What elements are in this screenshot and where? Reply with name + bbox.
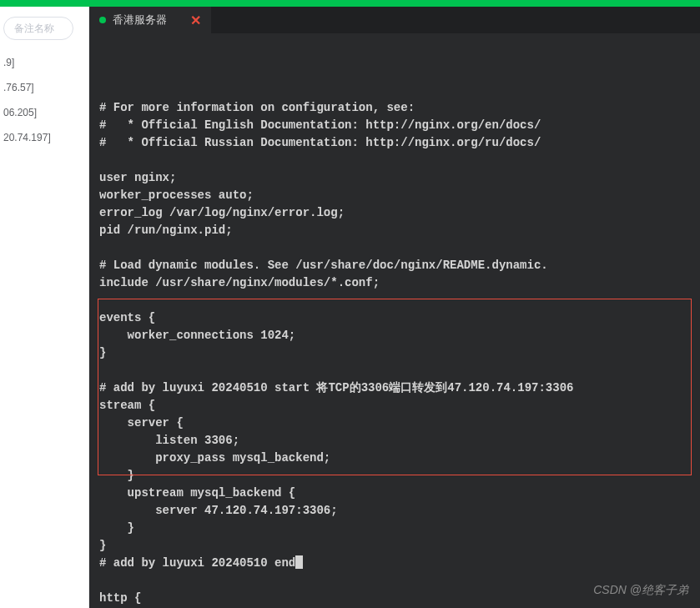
editor-line: worker_processes auto; xyxy=(99,187,690,204)
editor-line xyxy=(99,362,690,379)
editor-line xyxy=(99,239,690,257)
watermark: CSDN @绝客子弟 xyxy=(593,583,688,598)
editor-line: # Load dynamic modules. See /usr/share/d… xyxy=(99,257,690,274)
editor-line: # For more information on configuration,… xyxy=(99,99,690,117)
editor-line: error_log /var/log/nginx/error.log; xyxy=(99,204,690,222)
editor-line: } xyxy=(99,467,690,485)
tab-bar: 香港服务器 ✕ xyxy=(89,7,700,33)
cursor-icon xyxy=(295,555,303,569)
status-dot-icon xyxy=(99,17,106,23)
tab-active[interactable]: 香港服务器 ✕ xyxy=(89,7,211,33)
top-accent-bar xyxy=(0,0,700,7)
main-container: .9] .76.57] 06.205] 20.74.197] 香港服务器 ✕ #… xyxy=(0,7,700,608)
editor-line: user nginx; xyxy=(99,169,690,187)
search-input[interactable] xyxy=(3,17,73,40)
editor-line: upstream mysql_backend { xyxy=(99,485,690,502)
editor-line: } xyxy=(99,537,690,555)
sidebar-item[interactable]: 06.205] xyxy=(0,100,88,125)
editor-line: server 47.120.74.197:3306; xyxy=(99,502,690,520)
editor-content[interactable]: # For more information on configuration,… xyxy=(89,33,700,608)
editor-line: events { xyxy=(99,309,690,327)
editor-line: server { xyxy=(99,415,690,432)
tab-title: 香港服务器 xyxy=(113,13,167,28)
editor-line: worker_connections 1024; xyxy=(99,327,690,344)
editor-line: proxy_pass mysql_backend; xyxy=(99,450,690,467)
sidebar: .9] .76.57] 06.205] 20.74.197] xyxy=(0,7,89,608)
main-panel: 香港服务器 ✕ # For more information on config… xyxy=(89,7,700,608)
editor-line: } xyxy=(99,520,690,537)
editor-line: # * Official English Documentation: http… xyxy=(99,117,690,134)
sidebar-item[interactable]: 20.74.197] xyxy=(0,125,88,150)
editor-line: listen 3306; xyxy=(99,432,690,450)
close-icon[interactable]: ✕ xyxy=(190,13,201,28)
sidebar-item[interactable]: .76.57] xyxy=(0,75,88,100)
sidebar-item[interactable]: .9] xyxy=(0,50,88,75)
editor-line: include /usr/share/nginx/modules/*.conf; xyxy=(99,274,690,292)
editor-line: # * Official Russian Documentation: http… xyxy=(99,134,690,152)
editor-line: # add by luyuxi 20240510 end xyxy=(99,555,690,572)
editor-line: pid /run/nginx.pid; xyxy=(99,222,690,239)
editor-line: # add by luyuxi 20240510 start 将TCP的3306… xyxy=(99,379,690,397)
editor-line: stream { xyxy=(99,397,690,415)
editor-line xyxy=(99,152,690,169)
editor-line: } xyxy=(99,344,690,362)
editor-line xyxy=(99,292,690,309)
